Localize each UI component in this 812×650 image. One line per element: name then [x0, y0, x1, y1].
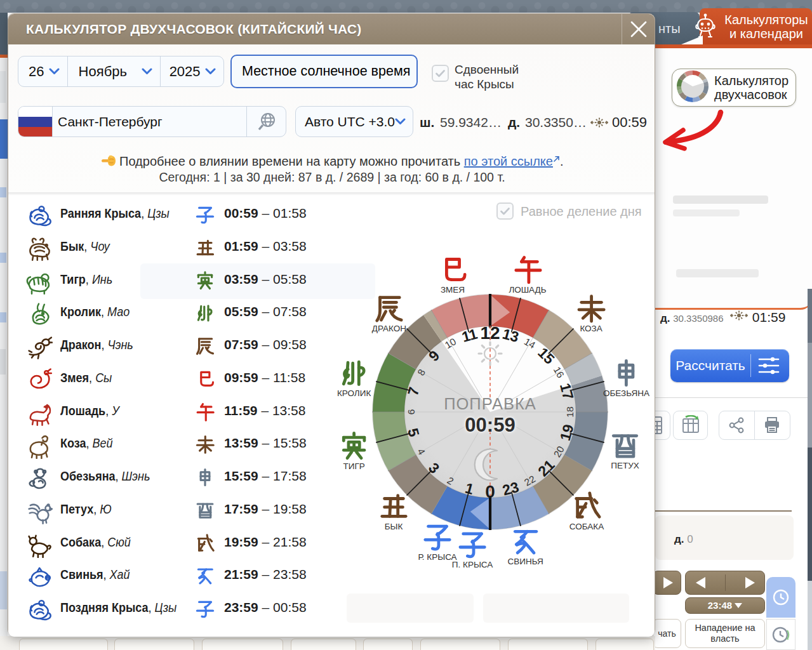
- svg-text:ТИГР: ТИГР: [343, 461, 364, 471]
- svg-text:ЛОШАДЬ: ЛОШАДЬ: [509, 285, 546, 295]
- svg-text:СОБАКА: СОБАКА: [569, 522, 604, 531]
- svg-text:ЗМЕЯ: ЗМЕЯ: [441, 285, 465, 295]
- svg-text:БЫК: БЫК: [385, 522, 403, 531]
- svg-text:Р. КРЫСА: Р. КРЫСА: [418, 552, 456, 562]
- svg-text:ПЕТУХ: ПЕТУХ: [611, 461, 639, 470]
- svg-text:П. КРЫСА: П. КРЫСА: [452, 560, 493, 569]
- svg-text:ОБЕЗЬЯНА: ОБЕЗЬЯНА: [603, 388, 649, 398]
- svg-text:КРОЛИК: КРОЛИК: [337, 388, 371, 398]
- svg-text:18: 18: [564, 406, 575, 417]
- svg-text:КОЗА: КОЗА: [580, 324, 602, 333]
- svg-text:СВИНЬЯ: СВИНЬЯ: [507, 557, 543, 566]
- svg-text:ПОПРАВКА: ПОПРАВКА: [444, 395, 536, 413]
- svg-text:0: 0: [485, 482, 495, 501]
- svg-text:6: 6: [406, 409, 416, 415]
- svg-text:00:59: 00:59: [465, 414, 515, 436]
- svg-text:ДРАКОН: ДРАКОН: [372, 324, 406, 333]
- svg-text:12: 12: [480, 323, 500, 343]
